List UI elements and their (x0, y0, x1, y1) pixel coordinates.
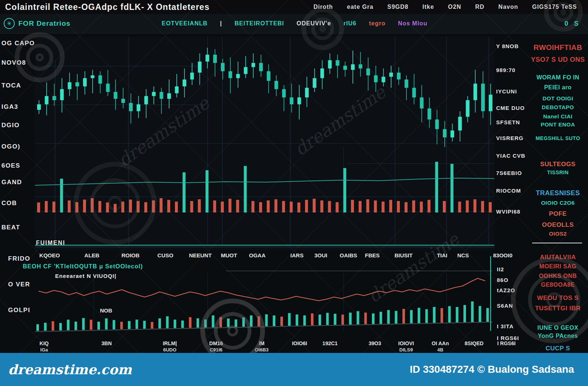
price-label-right: IYCUNI (496, 88, 517, 94)
toolbar-items: EOTVEEIANLB|BEITEIROTTEBIODEUVIV'erIU6te… (162, 20, 427, 27)
sidebar-line: WEOU TOS S (530, 294, 586, 302)
time-label: ALEB (75, 252, 108, 258)
stock-credit-bar: dreamstime.com ID 330487274 © Bualong Sa… (0, 353, 588, 386)
price-label-left: 6OES (1, 162, 20, 169)
chart-inner-label: FUIMENI (36, 240, 65, 246)
time-label-sub: C91I6 (198, 347, 234, 353)
time-label-top: IOIO6I (282, 340, 317, 347)
time-label: NEEUNT (184, 252, 217, 258)
sidebar-line: Nanel CIAI (530, 113, 586, 119)
toolbar-item[interactable]: rIU6 (344, 20, 356, 27)
sidebar-line: OOHKS ONB (530, 273, 586, 279)
time-label-top: IRLM| (152, 340, 187, 347)
price-label-left: BEAT (1, 224, 20, 231)
toolbar-item[interactable]: ODEUVIV'e (297, 20, 331, 27)
sidebar-line: POFE (530, 210, 586, 218)
price-label-right: Y 8NOB (496, 43, 519, 49)
topbar-item[interactable]: GIGS175 TeSS (532, 4, 577, 10)
time-label-sub: IGa (26, 347, 62, 353)
asterisk-badge-icon: ✳ (4, 18, 15, 29)
time-label-top: DM16 (198, 340, 234, 347)
brand-block[interactable]: ✳ FOR Deratrios (4, 18, 162, 29)
topbar-item[interactable]: Navon (498, 4, 518, 10)
indicator-time-label: KIQIGa (26, 340, 62, 353)
time-label-sub: DILS9 (388, 347, 424, 353)
price-label-right: 989:70 (496, 67, 516, 73)
time-label-top: 8SIQED (456, 340, 492, 347)
topbar-menu: Dirotheate GraS9GD8ItkeO2NRDNavonGIGS175… (313, 4, 577, 10)
settings-icon[interactable]: S (574, 20, 578, 28)
chart-annotation: NOB (100, 307, 112, 314)
sidebar-line: PONT ENOA (530, 121, 586, 128)
topbar-item[interactable]: RD (475, 4, 484, 10)
time-label: FBES (356, 252, 389, 258)
price-label-right: WVIPI68 (496, 208, 520, 215)
indicator-time-label: IRLM|6UDO (152, 340, 187, 353)
time-label-top: IOIOVI (388, 340, 424, 347)
indicator-time-label: I RGS6I (489, 340, 524, 347)
toolbar-item[interactable]: EOTVEEIANLB (162, 20, 208, 27)
indicator-time-label: 39O3 (357, 340, 392, 347)
sidebar-line: IUNE O GEOX (530, 325, 586, 331)
topbar-item[interactable]: Diroth (313, 4, 333, 10)
sidebar-line: PEIEl aro (530, 84, 586, 91)
time-label-sub: 4B (423, 347, 458, 353)
topbar-item[interactable]: S9GD8 (387, 4, 408, 10)
zero-badge-icon[interactable]: 0 (564, 20, 568, 28)
sidebar-line: YonG PAcnes (530, 333, 586, 339)
toolbar: ✳ FOR Deratrios EOTVEEIANLB|BEITEIROTTEB… (0, 14, 588, 33)
indicator-time-label: OI AAn4B (423, 340, 458, 353)
price-label-left: OGO) (1, 143, 20, 150)
indicator-time-label: 192C1 (312, 340, 348, 347)
indicator-label-right: S6AN (497, 303, 513, 309)
price-label-left: GAND (1, 179, 22, 186)
topbar-item[interactable]: Itke (423, 4, 434, 10)
price-label-right: CME DUO (496, 105, 525, 111)
time-label-top: OI AAn (423, 340, 458, 347)
time-label-sub: 6UDO (152, 347, 187, 353)
price-label-right: YIAC CVB (496, 153, 526, 159)
indicator-time-label: DM16C91I6 (198, 340, 234, 353)
time-label: 83OOI0 (486, 252, 519, 258)
watermark-site-label: dreamstime.com (8, 362, 132, 377)
time-label: NCS (447, 252, 480, 258)
sidebar-line: DOT OOIGI (530, 95, 586, 101)
time-label-top: I RGS6I (489, 340, 524, 347)
price-label-left: NOVO8 (1, 59, 26, 67)
toolbar-item[interactable]: tegro (369, 20, 386, 27)
indicator-time-label: 8SIQED (456, 340, 492, 347)
time-label: CUSO (149, 252, 182, 258)
price-label-left: OG CAPO (1, 40, 35, 47)
sidebar-line: OIOS2 (530, 230, 586, 237)
toolbar-item[interactable]: BEITEIROTTEBI (234, 20, 284, 27)
toolbar-item[interactable]: | (220, 20, 222, 27)
time-label: BIUSIT (387, 252, 420, 258)
sidebar-line: OOEOLLS (530, 221, 586, 229)
app-title: Colaintreil Retee-OGAdpc fdLK- X Ontatle… (5, 2, 209, 12)
indicator-label-right: tAZ2O (497, 287, 515, 293)
sidebar-line: DEBOTAPO (530, 104, 586, 110)
time-label-top: 192C1 (312, 340, 348, 347)
sidebar-line: AIUTALVIIA (530, 254, 586, 261)
price-label-left: IGA3 (1, 103, 18, 111)
time-label-top: 39O3 (357, 340, 392, 347)
sidebar-line: TUSETTGI IBR (530, 305, 586, 312)
main-price-chart[interactable] (35, 37, 494, 250)
image-credit-label: ID 330487274 © Bualong Sadsana (410, 364, 574, 375)
price-label-right: VISRERG (496, 135, 524, 141)
indicator-label-left: FRIDO (8, 255, 30, 262)
sidebar-line: GE8OOA8E (530, 282, 586, 288)
topbar-item[interactable]: O2N (448, 4, 461, 10)
sidebar-line: YSO7 S UD ONS (530, 56, 586, 64)
indicator-label-left: O VER (8, 281, 30, 288)
price-label-right: 7S6EBIO (496, 170, 522, 176)
indicator-time-label: 3BN (89, 340, 124, 347)
sidebar-divider (532, 243, 582, 243)
toolbar-item[interactable]: Nos Mlou (398, 20, 427, 27)
title-bar: Colaintreil Retee-OGAdpc fdLK- X Ontatle… (0, 0, 588, 14)
topbar-item[interactable]: eate Gra (347, 4, 373, 10)
indicator-label-left: GOLPI (8, 307, 30, 314)
indicator-time-label: IOIO6I (282, 340, 317, 347)
brand-label: FOR Deratrios (18, 19, 71, 28)
sidebar-line: MEGSHILL SUTO (530, 135, 586, 141)
